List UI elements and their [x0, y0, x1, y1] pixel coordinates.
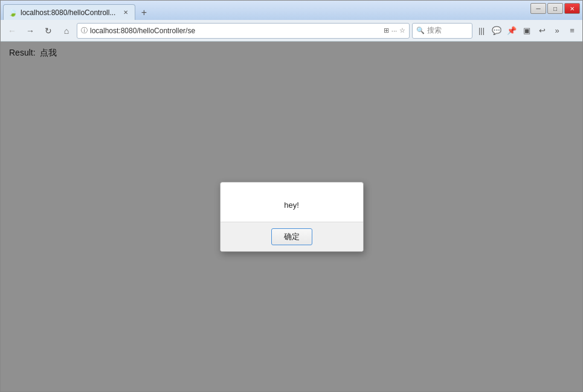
new-tab-button[interactable]: + — [137, 5, 151, 20]
address-text: localhost:8080/helloController/se — [90, 27, 381, 35]
library-icon[interactable]: ||| — [475, 24, 488, 37]
qr-code-icon: ⊞ — [384, 27, 389, 34]
minimize-button[interactable]: ─ — [530, 3, 546, 14]
chat-icon[interactable]: 💬 — [490, 24, 503, 37]
alert-message-text: hey! — [284, 201, 299, 210]
page-area: Result: 点我 hey! 确定 — [1, 42, 582, 391]
nav-tools: ||| 💬 📌 ▣ ↩ » ≡ — [475, 24, 579, 37]
active-tab[interactable]: 🍃 localhost:8080/helloControll... ✕ — [3, 4, 135, 20]
more-options-icon: ··· — [391, 27, 397, 34]
forward-button[interactable]: → — [22, 23, 38, 39]
tab-close-button[interactable]: ✕ — [121, 8, 130, 17]
browser-window: 🍃 localhost:8080/helloControll... ✕ + ─ … — [0, 0, 583, 392]
maximize-button[interactable]: □ — [547, 3, 563, 14]
ok-button[interactable]: 确定 — [271, 228, 312, 245]
tab-favicon: 🍃 — [8, 8, 17, 17]
alert-message: hey! — [221, 182, 363, 222]
search-box[interactable]: 🔍 搜索 — [412, 23, 472, 39]
tab-title: localhost:8080/helloControll... — [21, 8, 115, 17]
bookmark-icon: ☆ — [399, 27, 405, 34]
search-icon: 🔍 — [416, 27, 425, 34]
home-button[interactable]: ⌂ — [59, 23, 74, 39]
address-bar[interactable]: ⓘ localhost:8080/helloController/se ⊞ ··… — [77, 23, 410, 39]
overflow-icon[interactable]: » — [550, 24, 564, 37]
title-bar: 🍃 localhost:8080/helloControll... ✕ + ─ … — [1, 1, 582, 20]
menu-icon[interactable]: ≡ — [565, 24, 579, 37]
security-icon: ⓘ — [81, 26, 88, 35]
undo-icon[interactable]: ↩ — [535, 24, 549, 37]
alert-footer: 确定 — [221, 222, 363, 251]
alert-dialog: hey! 确定 — [220, 182, 364, 252]
search-placeholder: 搜索 — [427, 25, 442, 36]
window-controls: ─ □ ✕ — [530, 3, 580, 14]
pin-icon[interactable]: 📌 — [505, 24, 518, 37]
back-button[interactable]: ← — [4, 23, 20, 39]
page-background: Result: 点我 hey! 确定 — [1, 42, 582, 391]
close-button[interactable]: ✕ — [564, 3, 580, 14]
nav-bar: ← → ↻ ⌂ ⓘ localhost:8080/helloController… — [1, 20, 582, 42]
refresh-button[interactable]: ↻ — [40, 23, 56, 39]
layout-icon[interactable]: ▣ — [520, 24, 533, 37]
dialog-overlay: hey! 确定 — [1, 42, 582, 391]
